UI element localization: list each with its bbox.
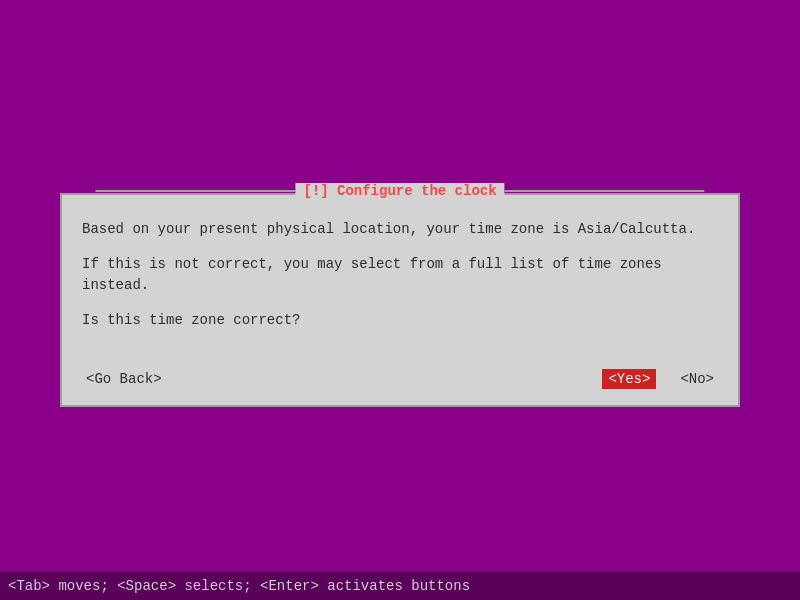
status-bar-text: <Tab> moves; <Space> selects; <Enter> ac… (8, 578, 470, 594)
configure-clock-dialog: [!] Configure the clock Based on your pr… (60, 193, 740, 407)
title-line-left (95, 190, 295, 192)
go-back-button[interactable]: <Go Back> (82, 369, 166, 389)
dialog-line1: Based on your present physical location,… (82, 219, 718, 240)
status-bar: <Tab> moves; <Space> selects; <Enter> ac… (0, 572, 800, 600)
title-line-right (505, 190, 705, 192)
dialog-title: [!] Configure the clock (295, 183, 504, 199)
dialog-line3: Is this time zone correct? (82, 310, 718, 331)
dialog-buttons: <Go Back> <Yes> <No> (62, 361, 738, 405)
dialog-line2: If this is not correct, you may select f… (82, 254, 718, 296)
no-button[interactable]: <No> (676, 369, 718, 389)
dialog-body: Based on your present physical location,… (62, 195, 738, 361)
right-buttons: <Yes> <No> (602, 369, 718, 389)
yes-button[interactable]: <Yes> (602, 369, 656, 389)
dialog-title-bar: [!] Configure the clock (95, 183, 704, 199)
